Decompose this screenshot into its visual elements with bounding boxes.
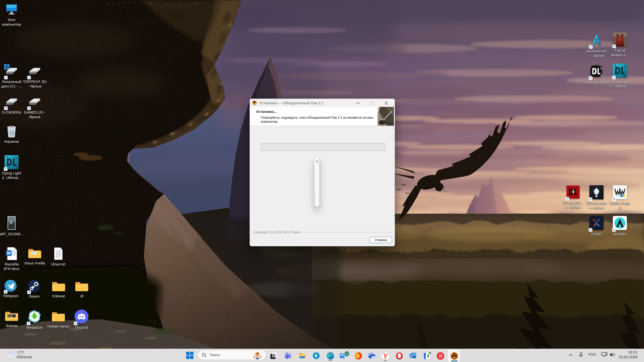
svg-text:Я: Я [439, 353, 442, 359]
svg-text:10: 10 [345, 352, 348, 355]
